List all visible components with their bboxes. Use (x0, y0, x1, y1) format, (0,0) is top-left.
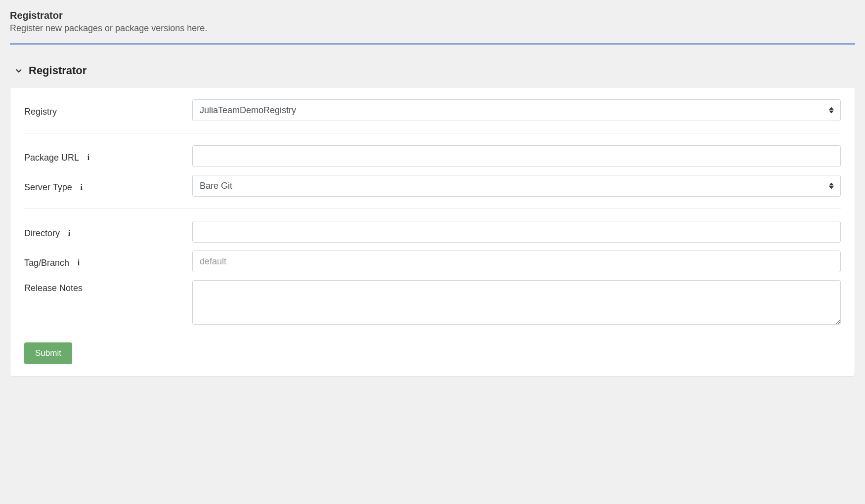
server-type-label: Server Type i (24, 179, 192, 193)
info-icon[interactable]: i (76, 259, 81, 266)
package-url-input[interactable] (192, 145, 841, 167)
release-notes-row: Release Notes (24, 280, 841, 325)
section-title: Registrator (29, 64, 86, 77)
server-type-select[interactable]: Bare Git (192, 175, 841, 197)
release-notes-textarea[interactable] (192, 280, 841, 325)
registry-select[interactable]: JuliaTeamDemoRegistry (192, 99, 841, 121)
directory-row: Directory i (24, 221, 841, 243)
submit-button[interactable]: Submit (24, 342, 72, 364)
registry-select-wrapper: JuliaTeamDemoRegistry (192, 99, 841, 121)
info-icon[interactable]: i (67, 230, 72, 237)
package-url-label: Package URL i (24, 150, 192, 163)
release-notes-label: Release Notes (24, 280, 192, 294)
info-icon[interactable]: i (79, 184, 84, 191)
registry-row: Registry JuliaTeamDemoRegistry (24, 99, 841, 121)
section-header[interactable]: Registrator (10, 64, 855, 77)
package-url-row: Package URL i (24, 145, 841, 167)
registry-label: Registry (24, 104, 192, 117)
server-type-row: Server Type i Bare Git (24, 175, 841, 197)
info-icon[interactable]: i (86, 154, 91, 161)
page-subtitle: Register new packages or package version… (10, 23, 855, 34)
form-divider (24, 209, 841, 209)
tag-branch-input[interactable] (192, 251, 841, 272)
page-title: Registrator (10, 10, 855, 21)
header-divider (10, 43, 855, 44)
directory-label: Directory i (24, 225, 192, 239)
page-header: Registrator Register new packages or pac… (10, 10, 855, 40)
chevron-down-icon (15, 67, 23, 75)
directory-input[interactable] (192, 221, 841, 243)
tag-branch-row: Tag/Branch i (24, 251, 841, 272)
form-divider (24, 133, 841, 133)
server-type-select-wrapper: Bare Git (192, 175, 841, 197)
tag-branch-label: Tag/Branch i (24, 255, 192, 268)
form-card: Registry JuliaTeamDemoRegistry Package U… (10, 87, 855, 377)
